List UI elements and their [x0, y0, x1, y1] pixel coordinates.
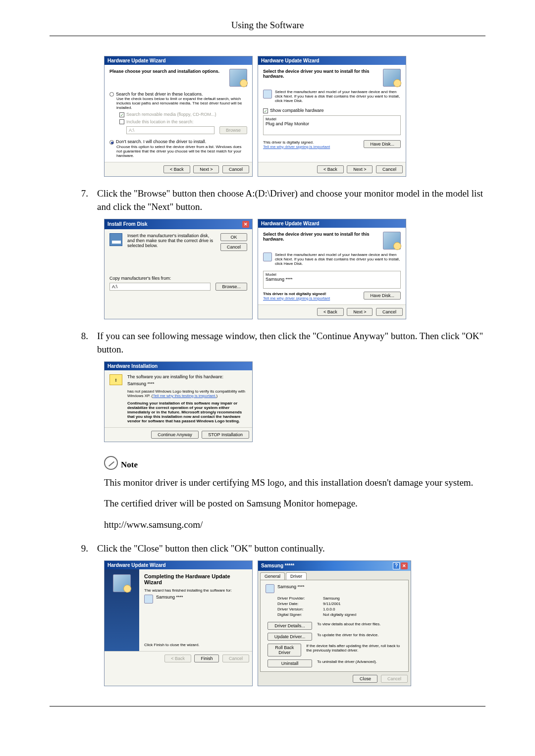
hardware-update-wizard-complete: Hardware Update Wizard Completing the Ha…	[104, 560, 253, 686]
title-text: Samsung *****	[261, 563, 294, 568]
install-from-disk: Install From Disk ✕ Insert the manufactu…	[104, 219, 253, 319]
radio-search-label: Search for the best driver in these loca…	[116, 92, 203, 97]
finish-button[interactable]: Finish	[194, 655, 219, 662]
step-number: 9.	[79, 542, 88, 555]
copy-path-input[interactable]: A:\	[109, 283, 211, 291]
back-button[interactable]: < Back	[164, 655, 191, 662]
version-value: 1.0.0.0	[323, 607, 335, 611]
next-button[interactable]: Next >	[347, 308, 373, 316]
continue-anyway-button[interactable]: Continue Anyway	[151, 431, 199, 439]
cancel-button[interactable]: Cancel	[222, 165, 249, 173]
signer-label: Digital Signer:	[277, 612, 317, 617]
radio-search[interactable]	[109, 92, 114, 97]
tab-driver[interactable]: Driver	[286, 572, 307, 580]
cancel-button[interactable]: Cancel	[222, 655, 249, 662]
titlebar: Hardware Update Wizard	[105, 56, 252, 65]
wizard-heading: Please choose your search and installati…	[109, 69, 219, 74]
opt1-desc: Use the check boxes below to limit or ex…	[116, 97, 247, 110]
copy-from-label: Copy manufacturer's files from:	[109, 276, 247, 281]
step-text: Click the "Browse" button then choose A:…	[97, 187, 485, 214]
step-text: If you can see following message window,…	[97, 329, 485, 356]
chk-location-label: Include this location in the search:	[126, 119, 194, 124]
tab-strip: General Driver	[258, 571, 411, 580]
chk-compat[interactable]: ✓	[263, 108, 268, 113]
monitor-icon	[263, 252, 272, 261]
title-text: Hardware Installation	[107, 363, 158, 369]
wizard-icon	[383, 232, 401, 250]
close-button[interactable]: Close	[353, 675, 377, 683]
uninstall-button[interactable]: Uninstall	[268, 659, 312, 667]
note-heading: Note	[104, 456, 485, 470]
radio-dontsearch-label: Don't search. I will choose the driver t…	[116, 139, 206, 144]
signed-text: This driver is digitally signed.	[263, 140, 330, 145]
testing-link[interactable]: Tell me why this testing is important.	[153, 394, 216, 398]
back-button[interactable]: < Back	[163, 165, 190, 173]
model-list[interactable]: Model Plug and Play Monitor	[263, 115, 401, 135]
titlebar: Install From Disk ✕	[105, 219, 252, 229]
select-desc: Select the manufacturer and model of you…	[275, 90, 401, 103]
rollback-desc: If the device fails after updating the d…	[306, 644, 403, 656]
complete-heading: Completing the Hardware Update Wizard	[144, 573, 247, 585]
wizard-heading: Select the device driver you want to ins…	[263, 232, 383, 242]
chk-removable[interactable]: ✓	[119, 112, 124, 117]
device-name: Samsung ****	[277, 584, 305, 593]
select-desc: Select the manufacturer and model of you…	[275, 252, 401, 266]
driver-details-button[interactable]: Driver Details...	[268, 622, 312, 630]
cancel-button[interactable]: Cancel	[381, 675, 408, 683]
ok-button[interactable]: OK	[220, 233, 247, 241]
stop-installation-button[interactable]: STOP Installation	[202, 431, 249, 439]
install-desc: Insert the manufacturer's installation d…	[127, 233, 214, 251]
radio-dontsearch[interactable]	[109, 140, 114, 145]
titlebar: Hardware Update Wizard	[105, 561, 252, 569]
close-icon[interactable]: ✕	[401, 562, 408, 569]
rollback-driver-button[interactable]: Roll Back Driver	[268, 644, 301, 656]
hardware-installation-warning: Hardware Installation ! The software you…	[104, 361, 253, 442]
model-header: Model	[266, 117, 398, 121]
next-button[interactable]: Next >	[193, 165, 219, 173]
back-button[interactable]: < Back	[317, 308, 344, 316]
model-list[interactable]: Model Samsung ****	[263, 271, 401, 289]
browse-button[interactable]: Browse	[219, 126, 247, 134]
title-text: Hardware Update Wizard	[261, 221, 320, 226]
warn-bold: Continuing your installation of this sof…	[127, 401, 247, 423]
warn-line2b: )	[216, 394, 217, 398]
step-9: 9. Click the "Close" button then click "…	[79, 542, 485, 555]
step-number: 7.	[79, 187, 88, 214]
cancel-button[interactable]: Cancel	[376, 308, 403, 316]
path-input[interactable]: A:\	[126, 126, 214, 134]
tab-general[interactable]: General	[260, 572, 285, 580]
monitor-icon	[263, 90, 272, 99]
hardware-update-wizard-model: Hardware Update Wizard Select the device…	[258, 219, 406, 319]
next-button[interactable]: Next >	[347, 165, 373, 173]
model-item[interactable]: Samsung ****	[266, 277, 398, 282]
complete-line2: Click Finish to close the wizard.	[144, 643, 247, 647]
signing-link[interactable]: Tell me why driver signing is important	[263, 145, 330, 149]
note-icon	[104, 456, 118, 470]
close-icon[interactable]: ✕	[242, 221, 249, 228]
signing-link[interactable]: Tell me why driver signing is important	[263, 296, 330, 301]
divider	[50, 36, 485, 36]
complete-line1: The wizard has finished installing the s…	[144, 588, 247, 593]
cancel-button[interactable]: Cancel	[376, 165, 403, 173]
screenshot-row-2: Install From Disk ✕ Insert the manufactu…	[104, 219, 485, 319]
chk-location[interactable]	[119, 119, 124, 124]
screenshot-row-1: Hardware Update Wizard Please choose you…	[104, 56, 485, 177]
cancel-button[interactable]: Cancel	[220, 243, 247, 251]
update-driver-button[interactable]: Update Driver...	[268, 633, 312, 641]
chk-compat-label: Show compatible hardware	[270, 108, 324, 113]
divider	[50, 706, 485, 706]
help-icon[interactable]: ?	[393, 562, 400, 569]
have-disk-button[interactable]: Have Disk...	[364, 292, 401, 300]
back-button[interactable]: < Back	[317, 165, 344, 173]
titlebar: Hardware Update Wizard	[258, 219, 406, 228]
browse-button[interactable]: Browse...	[215, 283, 247, 291]
warning-icon: !	[109, 374, 122, 385]
titlebar: Hardware Update Wizard	[258, 56, 406, 65]
wizard-sidebar	[105, 569, 139, 651]
have-disk-button[interactable]: Have Disk...	[364, 140, 401, 148]
model-header: Model	[266, 272, 398, 277]
warn-line1: The software you are installing for this…	[127, 374, 247, 379]
title-text: Hardware Update Wizard	[107, 58, 166, 63]
model-item[interactable]: Plug and Play Monitor	[266, 121, 398, 126]
monitor-icon	[266, 584, 274, 593]
